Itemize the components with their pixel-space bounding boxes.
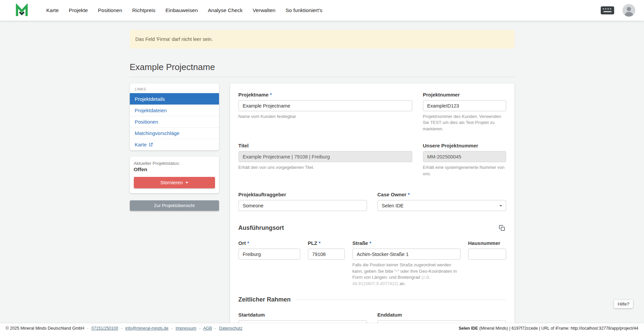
footer-separator: · <box>171 326 173 331</box>
account-menu-button[interactable] <box>623 4 635 17</box>
nav-item-verwalten[interactable]: Verwalten <box>253 7 275 13</box>
strasse-input[interactable] <box>353 249 461 260</box>
main-nav: Karte Projekte Positionen Richtpreis Ein… <box>46 7 322 13</box>
mineral-minds-logo[interactable] <box>15 4 28 17</box>
footer-user: Selen IDE <box>459 326 478 331</box>
help-button[interactable]: Hilfe? <box>614 300 633 308</box>
projektnummer-label: Projektnummer <box>423 92 506 97</box>
links-card: LINKS Projektdetails Projektdateien Posi… <box>130 83 219 150</box>
keyboard-icon <box>600 6 614 15</box>
strasse-helper: Falls die Position keiner Straße zugeord… <box>353 262 461 287</box>
nav-item-einbauweisen[interactable]: Einbauweisen <box>165 7 198 13</box>
footer-separator: · <box>87 326 89 331</box>
sidebar-item-projektdateien[interactable]: Projektdateien <box>130 105 219 116</box>
unsere-projektnummer-input <box>423 151 506 162</box>
projektauftraggeber-field: Projektauftraggeber <box>238 192 367 211</box>
header-actions <box>600 4 635 17</box>
sidebar-links-header: LINKS <box>130 83 219 93</box>
case-owner-label: Case Owner* <box>377 192 506 197</box>
projektname-label: Projektname* <box>238 92 412 97</box>
unsere-projektnummer-field: Unsere Projektnummer Erhält eine systemg… <box>423 143 506 177</box>
footer-link-phone[interactable]: 07151/250100 <box>91 326 118 331</box>
main-content: Das Feld 'Firma' darf nicht leer sein. E… <box>130 30 515 333</box>
sidebar-item-karte-label: Karte <box>135 142 147 147</box>
required-asterisk: * <box>369 240 371 246</box>
page-title: Example Projectname <box>130 62 515 72</box>
projektauftraggeber-label: Projektauftraggeber <box>238 192 367 197</box>
validation-alert: Das Feld 'Firma' darf nicht leer sein. <box>130 30 515 49</box>
footer-separator: · <box>121 326 122 331</box>
footer-link-datenschutz[interactable]: Datenschutz <box>219 326 242 331</box>
case-owner-select[interactable]: Selen IDE <box>377 200 506 211</box>
project-status-card: Aktueller Projektstatus: Offen Storniere… <box>130 156 219 193</box>
titel-field: Titel Erhält den von uns vorgegebenen Ti… <box>238 143 412 177</box>
plz-label: PLZ* <box>308 240 345 246</box>
chevron-down-icon <box>499 205 502 207</box>
unsere-projektnummer-label: Unsere Projektnummer <box>423 143 506 148</box>
app-header: Karte Projekte Positionen Richtpreis Ein… <box>0 0 644 21</box>
nav-item-projekte[interactable]: Projekte <box>69 7 88 13</box>
plz-field: PLZ* <box>308 240 345 287</box>
strasse-field: Straße* Falls die Position keiner Straße… <box>353 240 461 287</box>
stornieren-button[interactable]: Stornieren <box>134 177 215 188</box>
footer-separator: · <box>199 326 201 331</box>
copy-address-button[interactable] <box>498 224 506 232</box>
ort-label: Ort* <box>238 240 300 246</box>
required-asterisk: * <box>247 240 249 246</box>
zur-projektuebersicht-button[interactable]: Zur Projektübersicht <box>130 200 219 211</box>
nav-item-karte[interactable]: Karte <box>46 7 59 13</box>
case-owner-field: Case Owner* Selen IDE <box>377 192 506 211</box>
stornieren-button-label: Stornieren <box>160 180 183 185</box>
avatar <box>623 4 635 17</box>
hausnummer-input[interactable] <box>468 249 506 260</box>
projektname-input[interactable] <box>238 100 412 111</box>
required-asterisk: * <box>408 192 410 197</box>
unsere-projektnummer-helper: Erhält eine systemgenerierte Nummer von … <box>423 164 506 177</box>
projektnummer-input[interactable] <box>423 100 506 111</box>
titel-helper: Erhält den von uns vorgegebenen Titel. <box>238 164 412 171</box>
titel-input <box>238 151 412 162</box>
external-link-icon <box>149 142 153 147</box>
nav-item-richtpreis[interactable]: Richtpreis <box>132 7 155 13</box>
sidebar-item-projektdetails[interactable]: Projektdetails <box>130 93 219 105</box>
footer-session-info: Selen IDE (Mineral Minds) | 6197f72ccede… <box>459 326 638 331</box>
ausfuehrungsort-heading: Ausführungsort <box>238 224 284 231</box>
projektnummer-field: Projektnummer Projektnummer des Kunden. … <box>423 92 506 132</box>
case-owner-selected-value: Selen IDE <box>382 203 404 208</box>
footer-separator: · <box>215 326 216 331</box>
footer-link-agb[interactable]: AGB <box>203 326 212 331</box>
hausnummer-label: Hausnummer <box>468 240 506 246</box>
footer-session-details: (Mineral Minds) | 6197f72ccede | URL of … <box>478 326 638 331</box>
titel-label: Titel <box>238 143 412 148</box>
ort-input[interactable] <box>238 249 300 260</box>
logo-icon <box>15 4 28 17</box>
required-asterisk: * <box>270 92 272 97</box>
section-divider <box>296 299 506 300</box>
zeitlicher-rahmen-heading: Zeitlicher Rahmen <box>238 296 291 303</box>
ort-field: Ort* <box>238 240 300 287</box>
startdatum-label: Startdatum <box>238 312 367 318</box>
footer-copyright: © 2025 Mineral Minds Deutschland GmbH <box>6 326 84 331</box>
projektname-field: Projektname* Name vom Kunden festlegbar <box>238 92 412 132</box>
caret-down-icon <box>185 182 188 184</box>
projektnummer-helper: Projektnummer des Kunden. Verwenden Sie … <box>423 114 506 132</box>
plz-input[interactable] <box>308 249 345 260</box>
sidebar-item-matchingvorschlaege[interactable]: Matchingvorschläge <box>130 127 219 139</box>
footer-link-email[interactable]: info@mineral-minds.de <box>125 326 169 331</box>
projektname-helper: Name vom Kunden festlegbar <box>238 114 412 120</box>
app-footer: © 2025 Mineral Minds Deutschland GmbH · … <box>0 323 644 333</box>
nav-item-analyse-check[interactable]: Analyse Check <box>208 7 243 13</box>
sidebar: LINKS Projektdetails Projektdateien Posi… <box>130 83 219 211</box>
nav-item-so-funktionierts[interactable]: So funktioniert's <box>285 7 322 13</box>
sidebar-item-positionen[interactable]: Positionen <box>130 116 219 127</box>
copy-icon <box>498 224 505 231</box>
project-details-form: Projektname* Name vom Kunden festlegbar … <box>230 83 515 333</box>
projektauftraggeber-input[interactable] <box>238 200 367 211</box>
footer-legal: © 2025 Mineral Minds Deutschland GmbH · … <box>6 326 243 331</box>
sidebar-item-karte[interactable]: Karte <box>130 139 219 150</box>
status-label: Aktueller Projektstatus: <box>134 161 215 166</box>
nav-item-positionen[interactable]: Positionen <box>98 7 122 13</box>
keyboard-button[interactable] <box>600 6 614 15</box>
title-divider <box>130 77 515 77</box>
footer-link-impressum[interactable]: Impressum <box>175 326 196 331</box>
